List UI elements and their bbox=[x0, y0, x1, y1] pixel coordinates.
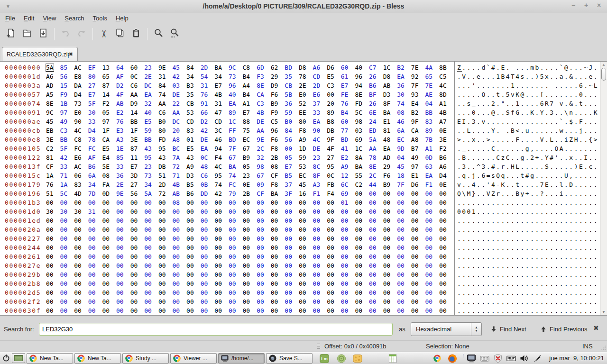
hex-byte[interactable]: 00 bbox=[341, 252, 355, 261]
hex-byte[interactable]: 00 bbox=[46, 279, 60, 288]
hex-byte[interactable]: A1 bbox=[425, 144, 439, 153]
hex-byte[interactable]: F6 bbox=[271, 90, 285, 99]
hex-byte[interactable]: 4B bbox=[214, 90, 229, 99]
hex-byte[interactable]: 00 bbox=[411, 243, 425, 252]
hex-byte[interactable]: 95 bbox=[214, 171, 229, 180]
hex-byte[interactable]: CD bbox=[186, 117, 201, 126]
hex-byte[interactable]: 00 bbox=[172, 279, 186, 288]
hex-byte[interactable]: 67 bbox=[243, 144, 257, 153]
hex-byte[interactable]: 6A bbox=[88, 171, 102, 180]
hex-byte[interactable]: 00 bbox=[327, 270, 341, 279]
hex-byte[interactable]: 00 bbox=[102, 234, 116, 243]
hex-byte[interactable]: 00 bbox=[88, 297, 102, 306]
hex-byte[interactable]: 00 bbox=[158, 225, 173, 234]
hex-byte[interactable]: 00 bbox=[74, 270, 88, 279]
hex-byte[interactable]: 29 bbox=[271, 72, 285, 81]
hex-byte[interactable]: 00 bbox=[46, 225, 60, 234]
ascii-text[interactable]: .B......CzC..g.2+.Y#'..x..I.. bbox=[457, 153, 598, 162]
hex-byte[interactable]: DE bbox=[172, 90, 186, 99]
hex-byte[interactable]: 00 bbox=[172, 207, 186, 216]
hex-byte[interactable]: 34 bbox=[186, 72, 201, 81]
hex-byte[interactable]: CA bbox=[102, 135, 116, 144]
hex-byte[interactable]: E6 bbox=[313, 90, 327, 99]
hex-byte[interactable]: 00 bbox=[229, 279, 243, 288]
hex-byte[interactable]: 00 bbox=[397, 234, 411, 243]
hex-byte[interactable]: 71 bbox=[172, 171, 186, 180]
hex-byte[interactable]: 00 bbox=[158, 198, 173, 207]
hex-byte[interactable]: 9D bbox=[397, 144, 411, 153]
hex-byte[interactable]: A7 bbox=[439, 117, 453, 126]
hex-byte[interactable]: 00 bbox=[299, 234, 313, 243]
hex-byte[interactable]: 00 bbox=[341, 279, 355, 288]
hex-byte[interactable]: 30 bbox=[74, 207, 88, 216]
hex-byte[interactable]: AA bbox=[369, 144, 383, 153]
hex-byte[interactable]: 00 bbox=[327, 216, 341, 225]
spinner-arrows-icon[interactable]: ▲▼ bbox=[471, 323, 481, 336]
hex-byte[interactable]: EC bbox=[243, 135, 257, 144]
hex-byte[interactable]: 00 bbox=[116, 198, 130, 207]
hex-byte[interactable]: 00 bbox=[299, 297, 313, 306]
hex-byte[interactable]: F8 bbox=[299, 126, 313, 135]
hex-byte[interactable]: BD bbox=[285, 63, 299, 72]
hex-byte[interactable]: D6 bbox=[327, 63, 341, 72]
hex-byte[interactable]: 00 bbox=[88, 243, 102, 252]
hex-byte[interactable]: 00 bbox=[102, 198, 116, 207]
hex-byte[interactable]: CA bbox=[257, 90, 271, 99]
hex-byte[interactable]: 00 bbox=[88, 225, 102, 234]
hex-byte[interactable]: 00 bbox=[201, 198, 215, 207]
hex-byte[interactable]: 76 bbox=[341, 99, 355, 108]
hex-byte[interactable]: 85 bbox=[116, 153, 130, 162]
hex-byte[interactable]: 00 bbox=[116, 225, 130, 234]
hex-byte[interactable]: F8 bbox=[271, 180, 285, 189]
hex-byte[interactable]: C8 bbox=[243, 63, 257, 72]
hex-byte[interactable]: 65 bbox=[102, 72, 116, 81]
hex-byte[interactable]: 00 bbox=[144, 252, 158, 261]
hex-byte[interactable]: 00 bbox=[411, 225, 425, 234]
hex-byte[interactable]: 00 bbox=[271, 234, 285, 243]
hex-byte[interactable]: 00 bbox=[130, 243, 145, 252]
hex-byte[interactable]: 00 bbox=[257, 252, 271, 261]
hex-byte[interactable]: 00 bbox=[102, 288, 116, 297]
hex-byte[interactable]: 00 bbox=[229, 270, 243, 279]
scrollbar-thumb[interactable] bbox=[601, 68, 606, 81]
hex-byte[interactable]: 00 bbox=[74, 306, 88, 315]
hex-byte[interactable]: 97 bbox=[60, 108, 74, 117]
hex-byte[interactable]: 00 bbox=[172, 297, 186, 306]
hex-byte[interactable]: B4 bbox=[243, 90, 257, 99]
hex-byte[interactable]: DE bbox=[313, 144, 327, 153]
hex-byte[interactable]: BA bbox=[214, 63, 229, 72]
hex-byte[interactable]: 31 bbox=[158, 72, 173, 81]
hex-byte[interactable]: 00 bbox=[271, 261, 285, 270]
hex-bytes[interactable]: 0000000000000000000000000000000000000000… bbox=[46, 216, 453, 225]
hex-byte[interactable]: 81 bbox=[383, 126, 397, 135]
keyboard-config-icon[interactable] bbox=[480, 354, 489, 363]
hex-byte[interactable]: 00 bbox=[397, 198, 411, 207]
hex-byte[interactable]: AA bbox=[158, 99, 173, 108]
hex-byte[interactable]: 59 bbox=[144, 126, 158, 135]
ascii-text[interactable]: ............................. bbox=[457, 198, 598, 207]
hex-byte[interactable]: 00 bbox=[271, 288, 285, 297]
hex-byte[interactable]: 00 bbox=[74, 297, 88, 306]
hex-byte[interactable]: 00 bbox=[130, 270, 145, 279]
hex-byte[interactable]: 00 bbox=[158, 216, 173, 225]
hex-byte[interactable]: 00 bbox=[229, 216, 243, 225]
hex-byte[interactable]: EF bbox=[88, 63, 102, 72]
hex-byte[interactable]: 95 bbox=[144, 153, 158, 162]
hex-byte[interactable]: 00 bbox=[439, 252, 453, 261]
hex-byte[interactable]: 00 bbox=[257, 216, 271, 225]
hex-byte[interactable]: F4 bbox=[214, 153, 229, 162]
clock[interactable]: jue mar 9, 10:00:21 bbox=[549, 352, 604, 364]
hex-byte[interactable]: 00 bbox=[214, 270, 229, 279]
hex-byte[interactable]: 00 bbox=[102, 252, 116, 261]
hex-byte[interactable]: B2 bbox=[411, 108, 425, 117]
hex-byte[interactable]: 00 bbox=[144, 279, 158, 288]
hex-byte[interactable]: 00 bbox=[201, 252, 215, 261]
hex-byte[interactable]: 00 bbox=[425, 261, 439, 270]
hex-byte[interactable]: 30 bbox=[46, 207, 60, 216]
hex-byte[interactable]: 00 bbox=[313, 252, 327, 261]
hex-byte[interactable]: DB bbox=[327, 126, 341, 135]
hex-byte[interactable]: 00 bbox=[341, 243, 355, 252]
hex-byte[interactable]: 00 bbox=[144, 297, 158, 306]
hex-byte[interactable]: 00 bbox=[186, 198, 201, 207]
hex-bytes[interactable]: 0000000000000000000000000000000000000000… bbox=[46, 261, 453, 270]
